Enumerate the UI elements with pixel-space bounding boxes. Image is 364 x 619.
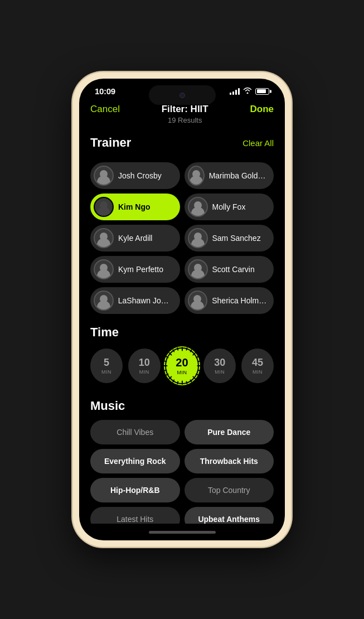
trainer-section-header: Trainer Clear All	[90, 136, 274, 150]
svg-line-22	[173, 350, 174, 351]
trainer-section: Trainer Clear All	[79, 127, 285, 162]
svg-line-15	[169, 376, 171, 379]
trainer-name-sam-sanchez: Sam Sanchez	[212, 234, 261, 243]
avatar-sam-sanchez	[188, 228, 208, 248]
music-label-hip-hop-rnb: Hip-Hop/R&B	[110, 486, 160, 495]
phone-frame: 10:09 Cancel	[72, 72, 292, 547]
svg-line-13	[177, 381, 178, 384]
trainer-name-lashawn-jones: LaShawn Jones	[118, 296, 173, 305]
avatar-scott-carvin	[188, 259, 208, 279]
battery-icon	[255, 88, 269, 95]
time-chip-10[interactable]: 10 MIN	[128, 349, 161, 383]
dynamic-island	[149, 85, 216, 105]
avatar-marimba	[188, 166, 205, 186]
clear-all-button[interactable]: Clear All	[242, 138, 274, 148]
home-indicator	[79, 524, 285, 540]
trainer-chip-kym-perfetto[interactable]: Kym Perfetto	[90, 256, 180, 283]
music-label-latest-hits: Latest Hits	[117, 515, 153, 524]
music-label-pure-dance: Pure Dance	[207, 428, 250, 437]
avatar-lashawn-jones	[94, 291, 114, 311]
music-section: Music Chill Vibes Pure Dance Everything …	[79, 388, 285, 524]
svg-line-23	[177, 348, 178, 350]
music-section-title: Music	[90, 399, 125, 413]
trainer-chip-molly-fox[interactable]: Molly Fox	[185, 194, 274, 220]
time-chip-30[interactable]: 30 MIN	[203, 349, 236, 383]
time-unit-5: MIN	[101, 369, 111, 375]
trainer-chip-sherica-holmon[interactable]: Sherica Holmon	[185, 287, 274, 314]
phone-screen: 10:09 Cancel	[79, 79, 285, 540]
svg-line-17	[164, 370, 167, 371]
avatar-sherica-holmon	[188, 291, 208, 311]
time-value-45: 45	[252, 357, 263, 369]
trainer-name-molly-fox: Molly Fox	[212, 202, 246, 211]
time-unit-10: MIN	[139, 369, 149, 375]
home-bar	[149, 531, 216, 534]
trainer-chip-sam-sanchez[interactable]: Sam Sanchez	[185, 225, 274, 252]
svg-line-19	[164, 361, 167, 361]
trainer-name-marimba: Marimba Gold-Watts	[209, 171, 267, 180]
svg-line-5	[198, 361, 200, 361]
trainer-chip-kim-ngo[interactable]: Kim Ngo	[90, 194, 180, 220]
trainer-chip-lashawn-jones[interactable]: LaShawn Jones	[90, 287, 180, 314]
music-chip-upbeat-anthems[interactable]: Upbeat Anthems	[185, 507, 274, 524]
trainer-section-title: Trainer	[90, 136, 131, 150]
trainer-name-kyle-ardill: Kyle Ardill	[118, 234, 152, 243]
wifi-icon	[243, 87, 252, 95]
music-chip-throwback-hits[interactable]: Throwback Hits	[185, 449, 274, 473]
svg-line-16	[166, 374, 168, 375]
trainer-chip-marimba[interactable]: Marimba Gold-Watts	[185, 162, 274, 189]
svg-line-10	[190, 380, 191, 381]
signal-icon	[230, 88, 240, 95]
trainer-chip-kyle-ardill[interactable]: Kyle Ardill	[90, 225, 180, 252]
trainer-chip-josh-crosby[interactable]: Josh Crosby	[90, 162, 180, 189]
svg-line-20	[166, 356, 168, 357]
svg-line-8	[196, 374, 198, 375]
trainer-name-sherica-holmon: Sherica Holmon	[212, 296, 267, 305]
time-value-10: 10	[139, 357, 150, 369]
time-section: Time 5 MIN 10 MIN	[79, 314, 285, 388]
cancel-button[interactable]: Cancel	[90, 104, 120, 115]
music-label-upbeat-anthems: Upbeat Anthems	[198, 515, 260, 524]
trainer-chip-scott-carvin[interactable]: Scott Carvin	[185, 256, 274, 283]
time-value-5: 5	[104, 357, 109, 369]
trainer-name-josh-crosby: Josh Crosby	[118, 171, 162, 180]
time-chip-5[interactable]: 5 MIN	[90, 349, 123, 383]
music-chip-chill-vibes[interactable]: Chill Vibes	[90, 420, 180, 444]
svg-line-9	[193, 376, 195, 379]
avatar-kyle-ardill	[94, 228, 114, 248]
music-label-throwback-hits: Throwback Hits	[200, 457, 258, 466]
done-button[interactable]: Done	[250, 104, 274, 115]
music-chip-top-country[interactable]: Top Country	[185, 478, 274, 502]
time-unit-20: MIN	[177, 370, 187, 375]
avatar-josh-crosby	[94, 166, 114, 186]
time-chip-20[interactable]: 20 MIN	[166, 349, 198, 383]
time-chip-45[interactable]: 45 MIN	[241, 349, 274, 383]
scroll-container[interactable]: Trainer Clear All Josh Crosby	[79, 127, 285, 524]
avatar-molly-fox	[188, 197, 208, 217]
music-chip-everything-rock[interactable]: Everything Rock	[90, 449, 180, 473]
svg-line-21	[169, 353, 171, 355]
svg-line-11	[186, 381, 187, 384]
music-chip-latest-hits[interactable]: Latest Hits	[90, 507, 180, 524]
avatar-kim-ngo	[94, 197, 114, 217]
status-icons	[230, 87, 269, 95]
music-chip-hip-hop-rnb[interactable]: Hip-Hop/R&B	[90, 478, 180, 502]
music-label-chill-vibes: Chill Vibes	[117, 428, 153, 437]
svg-line-7	[198, 370, 200, 371]
nav-title: Filter: HIIT	[162, 104, 208, 115]
music-grid: Chill Vibes Pure Dance Everything Rock T…	[90, 420, 274, 524]
time-value-30: 30	[214, 357, 225, 369]
svg-line-3	[193, 353, 195, 355]
music-chip-pure-dance[interactable]: Pure Dance	[185, 420, 274, 444]
svg-line-4	[196, 356, 198, 357]
time-unit-45: MIN	[253, 369, 263, 375]
time-unit-30: MIN	[215, 369, 225, 375]
nav-center: Filter: HIIT 19 Results	[162, 104, 208, 124]
svg-line-1	[186, 348, 187, 350]
time-options: 5 MIN 10 MIN	[90, 349, 274, 383]
trainer-name-scott-carvin: Scott Carvin	[212, 265, 255, 274]
status-time: 10:09	[95, 86, 115, 96]
music-label-top-country: Top Country	[208, 486, 250, 495]
svg-line-2	[190, 350, 191, 351]
svg-line-14	[173, 380, 174, 381]
